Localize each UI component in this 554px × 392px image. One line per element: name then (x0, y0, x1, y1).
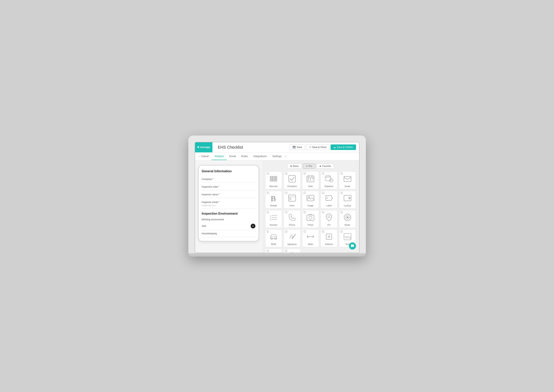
tab-settings[interactable]: Settings (270, 153, 284, 160)
widget-slider-icon (305, 231, 316, 242)
save-close-button[interactable]: ↗ Save & Close (306, 144, 329, 150)
svg-rect-6 (276, 176, 276, 182)
widget-date[interactable]: i Date (302, 171, 319, 189)
widget-time[interactable]: i Time (284, 249, 301, 253)
widget-radio-info: i (341, 211, 343, 213)
field-company-label: Company * (202, 178, 256, 181)
widget-datetime[interactable]: i Datetime (320, 171, 337, 189)
widgets-grid: i Barcode i Checkbox (265, 171, 356, 253)
filter-tab-basic[interactable]: ⊞ Basic (287, 164, 302, 169)
svg-rect-41 (307, 215, 314, 221)
laptop-shell: ❋ moreapp EHS Checklist 💾 Save ↗ Save & … (188, 136, 366, 257)
widget-header[interactable]: i B Header (265, 191, 282, 209)
save-publish-button[interactable]: ☁ Save & Publish (331, 144, 356, 150)
widget-signature-label: Signature (287, 243, 297, 245)
widget-lookup-info: i (341, 192, 343, 194)
save-close-label: Save & Close (312, 146, 327, 149)
widget-signature-icon (287, 231, 297, 242)
collapse-nav-button[interactable]: ‹ (285, 155, 286, 158)
save-close-icon: ↗ (309, 146, 311, 149)
filter-pro-label: Pro (309, 165, 313, 168)
save-button[interactable]: 💾 Save (290, 144, 305, 150)
widget-pin-info: i (322, 211, 324, 213)
widget-radio-label: Radio (345, 224, 350, 226)
widget-textarea-icon (268, 251, 279, 253)
widget-date-label: Date (308, 185, 313, 187)
widget-slider[interactable]: i Slider (302, 229, 319, 247)
widget-header-info: i (267, 192, 269, 194)
svg-point-42 (309, 216, 312, 219)
tab-widgets[interactable]: Widgets (212, 153, 227, 160)
cancel-button[interactable]: ← Cancel (198, 155, 209, 158)
widget-label-icon (324, 193, 334, 203)
widget-number-icon: 123 (268, 212, 279, 223)
widget-email[interactable]: i Email (339, 171, 356, 189)
chat-button[interactable] (349, 242, 356, 250)
widget-rdw[interactable]: i RDW (265, 229, 282, 247)
widget-slider-label: Slider (308, 243, 313, 245)
widget-header-label: Header (270, 204, 277, 207)
widget-pin[interactable]: i Pin (320, 210, 337, 228)
svg-rect-15 (312, 178, 313, 179)
field-inspector-email-placeholder: me@mail.com (202, 204, 256, 207)
logo-text: ❋ moreapp (197, 146, 210, 149)
widget-radio[interactable]: i Radio (339, 210, 356, 228)
cancel-label: Cancel (201, 155, 209, 158)
widget-barcode[interactable]: i Barcode (265, 171, 282, 189)
widget-datetime-icon (324, 174, 334, 184)
widget-photo[interactable]: i Photo (302, 210, 319, 228)
save-publish-label: Save & Publish (337, 146, 353, 149)
widget-lookup-label: Lookup (344, 204, 351, 207)
add-label: Add (202, 225, 206, 227)
widget-photo-icon (305, 212, 316, 223)
widget-email-label: Email (345, 185, 350, 187)
widget-pin-icon (324, 212, 334, 223)
widget-textarea-info: i (267, 250, 269, 252)
widget-number[interactable]: i 123 Number (265, 210, 282, 228)
tab-integrations[interactable]: Integrations (251, 153, 270, 160)
widget-textarea[interactable]: i Text Area (265, 249, 282, 253)
cancel-arrow-icon: ← (198, 155, 201, 158)
svg-point-32 (327, 197, 328, 198)
widget-signature[interactable]: i Signature (284, 229, 301, 247)
widget-phone[interactable]: i Phone (284, 210, 301, 228)
field-inspection-date-label: Inspection date * (202, 185, 256, 188)
preview-panel: General Information Company * Inspection… (195, 161, 262, 253)
widget-checkbox-label: Checkbox (287, 185, 297, 187)
phone-frame: General Information Company * Inspection… (198, 165, 259, 241)
filter-tab-favorite[interactable]: ★ Favorite (316, 164, 334, 169)
widget-image-label: Image (307, 204, 313, 207)
tab-email[interactable]: Email (227, 153, 239, 160)
widget-subform[interactable]: i Subform (320, 229, 337, 247)
page-title: EHS Checklist (216, 145, 290, 150)
top-bar: ❋ moreapp EHS Checklist 💾 Save ↗ Save & … (195, 142, 359, 153)
widget-checkbox[interactable]: i Checkbox (284, 171, 301, 189)
widget-rdw-info: i (267, 230, 269, 233)
app-container: ❋ moreapp EHS Checklist 💾 Save ↗ Save & … (195, 142, 359, 253)
widget-email-icon (342, 174, 353, 184)
filter-tab-pro[interactable]: ✏ Pro (303, 164, 315, 169)
add-icon[interactable]: + (251, 224, 256, 228)
tab-rules[interactable]: Rules (238, 153, 250, 160)
widget-phone-icon (287, 212, 297, 223)
svg-rect-2 (272, 176, 273, 182)
save-publish-icon: ☁ (334, 146, 336, 149)
svg-rect-7 (277, 176, 277, 182)
widget-html-label: Html (290, 204, 294, 207)
widget-html-info: i (285, 192, 287, 194)
widget-lookup[interactable]: i Lookup (339, 191, 356, 209)
widget-subform-icon (324, 231, 334, 242)
field-inspector-email-label: Inspector email * (202, 201, 256, 203)
widget-checkbox-icon (287, 174, 297, 184)
widget-date-info: i (304, 172, 306, 175)
widgets-panel: ⊞ Basic ✏ Pro ★ Favorite (262, 161, 359, 253)
svg-rect-0 (270, 176, 270, 182)
widget-html[interactable]: i 5 Html (284, 191, 301, 209)
svg-rect-1 (271, 176, 271, 182)
widget-label[interactable]: i Label (320, 191, 337, 209)
widget-label-label: Label (327, 204, 332, 207)
svg-rect-13 (308, 178, 309, 179)
svg-text:B: B (270, 194, 276, 203)
widget-image[interactable]: i Image (302, 191, 319, 209)
svg-rect-14 (310, 178, 311, 179)
